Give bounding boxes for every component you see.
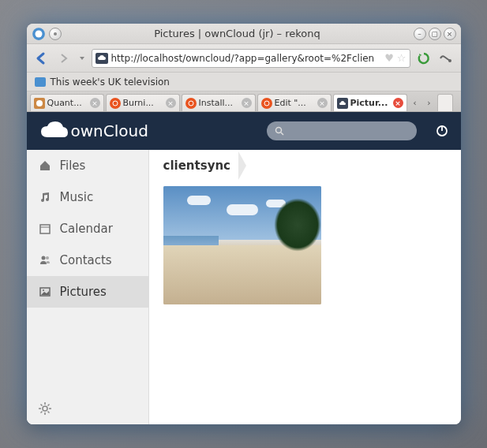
brand-text: ownCloud — [71, 121, 148, 140]
sidebar: Files Music Calendar — [27, 150, 149, 424]
app-icon — [32, 28, 46, 40]
tab-label: Pictur... — [350, 98, 391, 108]
home-icon — [38, 159, 52, 173]
gear-icon — [38, 401, 52, 419]
sidebar-item-label: Contacts — [60, 253, 112, 267]
svg-line-26 — [40, 405, 42, 406]
tab-close-icon[interactable]: × — [393, 98, 403, 108]
svg-line-28 — [40, 412, 42, 413]
owncloud-logo[interactable]: ownCloud — [38, 120, 148, 142]
bookmark-item[interactable]: This week's UK television — [51, 77, 170, 88]
tab-label: Quant... — [47, 98, 88, 108]
sidebar-item-label: Files — [60, 159, 86, 173]
tab-scroll-right[interactable]: › — [423, 94, 436, 111]
tab-close-icon[interactable]: × — [317, 98, 328, 108]
search-icon — [275, 124, 284, 139]
gallery — [149, 181, 461, 424]
tab-bar: Quant... × Burni... × Install... × Edit … — [27, 91, 461, 112]
new-tab-button[interactable] — [437, 94, 453, 111]
photo-thumbnail[interactable] — [163, 186, 321, 304]
pictures-icon — [38, 285, 52, 299]
bookmark-star-icon[interactable]: ☆ — [397, 52, 406, 64]
tab-label: Install... — [199, 98, 239, 108]
music-icon — [38, 190, 52, 204]
sidebar-item-pictures[interactable]: Pictures — [27, 276, 148, 308]
svg-point-3 — [448, 59, 451, 62]
svg-point-2 — [54, 32, 57, 35]
svg-rect-12 — [40, 225, 50, 233]
search-input[interactable] — [287, 125, 409, 136]
minimize-button[interactable]: – — [414, 28, 426, 40]
sidebar-item-label: Calendar — [60, 222, 113, 236]
tab-label: Edit "... — [275, 98, 315, 108]
svg-line-27 — [47, 412, 49, 413]
url-input[interactable] — [111, 53, 382, 64]
tab-0[interactable]: Quant... × — [30, 94, 104, 111]
back-button[interactable] — [33, 50, 51, 67]
sidebar-item-contacts[interactable]: Contacts — [27, 245, 148, 276]
sidebar-item-label: Pictures — [60, 285, 107, 299]
browser-toolbar: ♥ ☆ — [27, 44, 461, 73]
settings-button[interactable] — [27, 396, 148, 424]
svg-point-7 — [264, 101, 269, 106]
titlebar: Pictures | ownCloud (jr) – rekonq – ▢ × — [27, 24, 461, 44]
tab-1[interactable]: Burni... × — [106, 94, 180, 111]
tab-close-icon[interactable]: × — [242, 98, 252, 108]
history-dropdown[interactable] — [77, 50, 87, 67]
maximize-button[interactable]: ▢ — [429, 28, 441, 40]
svg-point-18 — [46, 256, 49, 259]
address-bar[interactable]: ♥ ☆ — [92, 49, 410, 68]
breadcrumb-item[interactable]: clientsync — [163, 159, 246, 173]
browser-window: Pictures | ownCloud (jr) – rekonq – ▢ × … — [27, 24, 461, 424]
bookmark-favicon — [35, 77, 46, 87]
forward-button[interactable] — [55, 50, 73, 67]
sidebar-item-calendar[interactable]: Calendar — [27, 213, 148, 245]
svg-point-1 — [35, 30, 42, 37]
svg-line-29 — [47, 405, 49, 406]
sidebar-item-label: Music — [60, 190, 94, 204]
breadcrumb: clientsync — [149, 150, 461, 181]
sidebar-item-music[interactable]: Music — [27, 181, 148, 213]
close-button[interactable]: × — [444, 28, 456, 40]
tab-2[interactable]: Install... × — [182, 94, 256, 111]
tab-favicon — [110, 98, 121, 109]
calendar-icon — [38, 222, 52, 236]
svg-point-21 — [43, 406, 47, 411]
site-icon — [96, 53, 108, 64]
tab-close-icon[interactable]: × — [90, 98, 100, 108]
tab-label: Burni... — [123, 98, 163, 108]
logout-button[interactable] — [434, 123, 450, 139]
cloud-icon — [38, 120, 69, 142]
bookmark-bar: This week's UK television — [27, 73, 461, 91]
svg-point-8 — [275, 127, 281, 133]
pin-button[interactable] — [49, 28, 62, 40]
tab-4-active[interactable]: Pictur... × — [333, 94, 407, 111]
tab-scroll-left[interactable]: ‹ — [409, 94, 421, 111]
owncloud-header: ownCloud — [27, 112, 461, 150]
contacts-icon — [38, 253, 52, 267]
tab-favicon — [337, 98, 348, 109]
svg-point-6 — [189, 101, 193, 106]
tab-3[interactable]: Edit "... × — [257, 94, 332, 111]
main-panel: clientsync — [149, 150, 461, 424]
sidebar-item-files[interactable]: Files — [27, 150, 148, 181]
tab-favicon — [185, 98, 197, 109]
svg-point-17 — [41, 256, 45, 260]
reload-button[interactable] — [415, 50, 433, 67]
tab-favicon — [261, 98, 272, 109]
tab-close-icon[interactable]: × — [166, 98, 176, 108]
owncloud-body: Files Music Calendar — [27, 150, 461, 424]
favorite-icon[interactable]: ♥ — [384, 52, 394, 64]
svg-line-9 — [281, 133, 283, 135]
svg-point-20 — [43, 289, 44, 291]
window-title: Pictures | ownCloud (jr) – rekonq — [62, 28, 414, 39]
svg-point-4 — [36, 100, 43, 106]
tools-button[interactable] — [437, 50, 455, 67]
tab-favicon — [34, 98, 45, 109]
page-content: ownCloud Files — [27, 112, 461, 424]
search-box[interactable] — [267, 121, 417, 140]
sidebar-nav: Files Music Calendar — [27, 150, 148, 396]
svg-point-5 — [113, 101, 118, 106]
